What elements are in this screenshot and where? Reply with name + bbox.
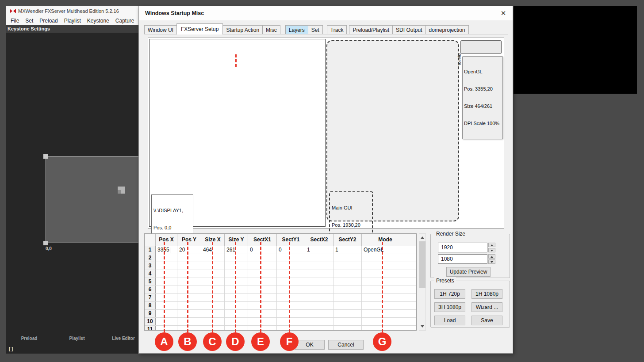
table-cell[interactable] [156,278,177,286]
tab-startup-action[interactable]: Startup Action [222,25,263,34]
table-cell[interactable] [362,278,409,286]
table-row[interactable]: 9 [145,310,416,318]
table-cell[interactable] [248,254,277,262]
render-width-input[interactable] [438,243,487,252]
table-cell[interactable] [248,302,277,309]
table-cell[interactable] [225,326,248,331]
table-cell[interactable] [225,302,248,309]
table-cell[interactable] [225,278,248,286]
table-cell[interactable] [201,302,225,309]
table-cell[interactable] [334,294,362,301]
table-cell[interactable] [305,262,334,270]
column-header-mode[interactable]: Mode [362,234,409,246]
table-cell[interactable] [334,278,362,286]
table-cell[interactable] [277,318,305,325]
column-header-size-y[interactable]: Size Y [225,234,248,246]
table-cell[interactable] [177,262,201,270]
table-cell[interactable] [201,262,225,270]
table-cell[interactable] [248,278,277,286]
tab-track[interactable]: Track [327,25,347,34]
footer-tab-preload[interactable]: Preload [21,336,38,341]
preset-wizard-button[interactable]: Wizard ... [472,302,502,312]
table-cell[interactable] [156,302,177,309]
table-cell[interactable] [156,294,177,301]
table-cell[interactable] [334,286,362,293]
table-cell[interactable] [177,294,201,301]
table-cell[interactable] [225,294,248,301]
tab-domeprojection[interactable]: domeprojection [425,25,468,34]
table-cell[interactable] [177,326,201,331]
table-cell[interactable]: 464 [201,246,225,254]
table-cell[interactable] [362,294,409,301]
table-cell[interactable] [334,262,362,270]
table-cell[interactable]: 0 [248,246,277,254]
table-cell[interactable] [156,254,177,262]
table-cell[interactable] [334,310,362,317]
render-height-input[interactable] [438,254,487,264]
table-cell[interactable] [177,270,201,278]
scrollbar-thumb[interactable] [419,241,426,288]
preset-save-button[interactable]: Save [472,316,502,325]
table-cell[interactable] [277,294,305,301]
preset-3h-1080p-button[interactable]: 3H 1080p [434,302,465,312]
table-cell[interactable] [277,286,305,293]
table-cell[interactable] [305,310,334,317]
table-cell[interactable] [248,262,277,270]
table-row[interactable]: 5 [145,278,416,286]
table-cell[interactable] [362,254,409,262]
table-cell[interactable] [177,302,201,309]
table-cell[interactable] [362,270,409,278]
table-cell[interactable] [334,326,362,331]
table-scrollbar[interactable] [419,233,426,331]
table-cell[interactable] [225,286,248,293]
table-cell[interactable] [201,294,225,301]
close-icon[interactable]: ✕ [497,8,510,19]
table-cell[interactable] [201,270,225,278]
table-cell[interactable] [156,326,177,331]
footer-tab-playlist[interactable]: Playlist [69,336,84,341]
table-cell[interactable] [225,254,248,262]
tab-misc[interactable]: Misc [262,25,280,34]
table-cell[interactable] [156,286,177,293]
menu-playlist[interactable]: Playlist [61,17,84,25]
scroll-up-icon[interactable] [419,234,426,241]
column-header-sectx2[interactable]: SectX2 [305,234,334,246]
table-cell[interactable] [362,302,409,309]
footer-tab-live-editor[interactable]: Live Editor [112,336,135,341]
table-cell[interactable] [156,262,177,270]
column-header-pos-x[interactable]: Pos X [156,234,177,246]
table-row[interactable]: 7 [145,294,416,302]
preset-load-button[interactable]: Load [434,316,465,325]
tab-window-ui[interactable]: Window UI [144,25,177,34]
dialog-titlebar[interactable]: Windows Startup Misc ✕ [139,6,513,20]
table-row[interactable]: 8 [145,302,416,310]
table-cell[interactable] [362,318,409,325]
table-cell[interactable] [201,310,225,317]
table-row[interactable]: 11 [145,326,416,331]
table-cell[interactable] [334,254,362,262]
table-cell[interactable] [225,318,248,325]
cancel-button[interactable]: Cancel [328,340,364,350]
menu-preload[interactable]: Preload [36,17,61,25]
column-header-size-x[interactable]: Size X [201,234,225,246]
table-cell[interactable] [305,278,334,286]
scroll-down-icon[interactable] [419,323,426,330]
table-cell[interactable] [362,262,409,270]
table-cell[interactable]: 0 [277,246,305,254]
table-cell[interactable] [277,254,305,262]
display-config-table[interactable]: Pos XPos YSize XSize YSectX1SectY1SectX2… [144,233,417,331]
table-cell[interactable] [201,326,225,331]
table-cell[interactable] [305,302,334,309]
table-cell[interactable] [177,286,201,293]
table-cell[interactable]: 1 [334,246,362,254]
table-cell[interactable] [248,326,277,331]
table-cell[interactable]: 3355 [156,246,177,254]
column-header-secty1[interactable]: SectY1 [277,234,305,246]
menu-keystone[interactable]: Keystone [84,17,112,25]
tab-layers[interactable]: Layers [285,25,308,34]
table-cell[interactable] [334,318,362,325]
tab-preload-playlist[interactable]: Preload/Playlist [349,25,393,34]
table-row[interactable]: 13355204642610011OpenGL [145,246,416,254]
column-header-pos-y[interactable]: Pos Y [177,234,201,246]
render-width-stepper[interactable] [488,243,495,252]
